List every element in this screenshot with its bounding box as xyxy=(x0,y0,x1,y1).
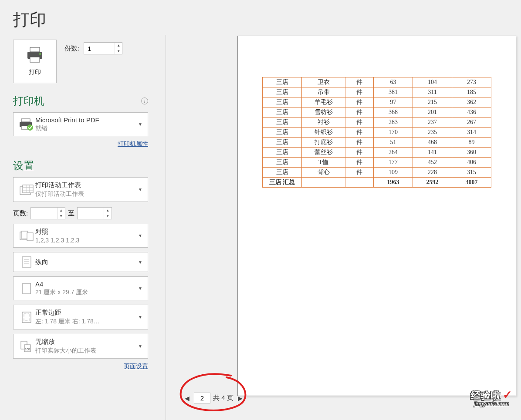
table-cell: 三店 xyxy=(263,87,302,97)
printer-icon xyxy=(26,47,44,65)
chevron-up-icon[interactable]: ▲ xyxy=(115,43,122,48)
vertical-divider xyxy=(166,35,166,420)
table-cell: 381 xyxy=(374,87,413,97)
svg-point-3 xyxy=(39,53,41,55)
pages-from-input[interactable] xyxy=(31,208,57,219)
printer-dropdown[interactable]: Microsoft Print to PDF 就绪 ▼ xyxy=(13,112,148,136)
table-cell: 315 xyxy=(452,168,491,178)
svg-rect-17 xyxy=(22,257,31,267)
table-cell: 件 xyxy=(345,128,374,138)
chevron-down-icon: ▼ xyxy=(137,344,143,349)
page-icon xyxy=(18,282,35,295)
table-cell: 311 xyxy=(413,87,452,97)
table-cell: 109 xyxy=(374,168,413,178)
paper-dropdown[interactable]: A4 21 厘米 x 29.7 厘米 ▼ xyxy=(13,276,148,300)
table-cell: 三店 汇总 xyxy=(263,178,302,188)
table-cell: 件 xyxy=(345,158,374,168)
table-cell: 三店 xyxy=(263,128,302,138)
table-cell: 97 xyxy=(374,97,413,108)
table-cell: 三店 xyxy=(263,138,302,148)
table-cell: 177 xyxy=(374,158,413,168)
table-row: 三店羊毛衫件97215362 xyxy=(263,97,491,108)
margins-dropdown[interactable]: 正常边距 左: 1.78 厘米 右: 1.78… ▼ xyxy=(13,305,148,329)
settings-section-title: 设置 xyxy=(13,159,34,173)
table-row: 三店针织衫件170235314 xyxy=(263,128,491,138)
table-cell: 452 xyxy=(413,158,452,168)
print-what-dropdown[interactable]: 打印活动工作表 仅打印活动工作表 ▼ xyxy=(13,177,148,202)
table-row: 三店吊带件381311185 xyxy=(263,87,491,97)
table-row: 三店 汇总196325923007 xyxy=(263,178,491,188)
chevron-down-icon: ▼ xyxy=(137,187,143,192)
table-cell: 267 xyxy=(452,118,491,128)
watermark: 经验啦 ✓ jingyanla.com xyxy=(471,388,512,407)
printer-properties-link[interactable]: 打印机属性 xyxy=(118,140,148,147)
chevron-down-icon: ▼ xyxy=(137,315,143,319)
table-cell: 51 xyxy=(374,138,413,148)
table-cell: 314 xyxy=(452,128,491,138)
chevron-down-icon: ▼ xyxy=(137,260,143,265)
table-cell: 228 xyxy=(413,168,452,178)
table-cell: 283 xyxy=(374,118,413,128)
table-cell: 件 xyxy=(345,108,374,118)
table-cell: 羊毛衫 xyxy=(302,97,345,108)
table-cell xyxy=(302,178,345,188)
table-cell: 吊带 xyxy=(302,87,345,97)
table-cell: 201 xyxy=(413,108,452,118)
print-button[interactable]: 打印 xyxy=(13,40,57,83)
svg-rect-2 xyxy=(30,57,40,62)
table-cell: 件 xyxy=(345,97,374,108)
table-cell: 三店 xyxy=(263,168,302,178)
copies-label: 份数: xyxy=(64,44,79,53)
copies-input[interactable] xyxy=(84,43,115,54)
table-cell: 三店 xyxy=(263,108,302,118)
printer-ready-icon xyxy=(18,118,35,131)
table-row: 三店衬衫件283237267 xyxy=(263,118,491,128)
table-cell: 368 xyxy=(374,108,413,118)
table-cell: 185 xyxy=(452,87,491,97)
prev-page-button[interactable]: ◀ xyxy=(183,395,191,402)
table-cell: 蕾丝衫 xyxy=(302,148,345,158)
chevron-down-icon[interactable]: ▼ xyxy=(115,48,122,54)
svg-rect-21 xyxy=(23,283,30,294)
table-cell: 215 xyxy=(413,97,452,108)
table-cell: 362 xyxy=(452,97,491,108)
table-cell: 237 xyxy=(413,118,452,128)
table-cell: 360 xyxy=(452,148,491,158)
scaling-icon: 100 xyxy=(18,340,35,353)
table-cell: 件 xyxy=(345,77,374,87)
table-cell: 三店 xyxy=(263,97,302,108)
table-cell: 1963 xyxy=(374,178,413,188)
info-icon[interactable]: i xyxy=(141,97,148,104)
svg-rect-4 xyxy=(21,119,30,122)
table-cell xyxy=(345,178,374,188)
collate-dropdown[interactable]: 对照 1,2,3 1,2,3 1,2,3 ▼ xyxy=(13,224,148,248)
page-setup-link[interactable]: 页面设置 xyxy=(124,363,148,370)
next-page-button[interactable]: ▶ xyxy=(236,395,244,402)
pages-label: 页数: xyxy=(13,209,28,218)
pages-from-stepper[interactable]: ▲▼ xyxy=(30,207,65,219)
table-cell: 件 xyxy=(345,138,374,148)
table-cell: 436 xyxy=(452,108,491,118)
check-icon: ✓ xyxy=(503,388,512,401)
table-cell: 雪纺衫 xyxy=(302,108,345,118)
sheets-icon xyxy=(18,184,35,195)
preview-data-table: 三店卫衣件63104273三店吊带件381311185三店羊毛衫件9721536… xyxy=(262,77,491,188)
chevron-up-icon[interactable]: ▲ xyxy=(104,208,111,213)
table-cell: 衬衫 xyxy=(302,118,345,128)
scaling-dropdown[interactable]: 100 无缩放 打印实际大小的工作表 ▼ xyxy=(13,334,148,359)
copies-stepper[interactable]: ▲ ▼ xyxy=(84,42,122,54)
chevron-up-icon[interactable]: ▲ xyxy=(58,208,64,213)
current-page-input[interactable] xyxy=(194,393,210,403)
chevron-down-icon[interactable]: ▼ xyxy=(58,213,64,219)
table-cell: 406 xyxy=(452,158,491,168)
table-cell: 235 xyxy=(413,128,452,138)
margins-icon xyxy=(18,311,35,323)
table-cell: 针织衫 xyxy=(302,128,345,138)
orientation-dropdown[interactable]: 纵向 ▼ xyxy=(13,252,148,272)
pages-to-stepper[interactable]: ▲▼ xyxy=(77,207,112,219)
printer-name: Microsoft Print to PDF xyxy=(35,116,137,124)
chevron-down-icon[interactable]: ▼ xyxy=(104,213,111,219)
pages-to-input[interactable] xyxy=(78,208,104,219)
printer-status: 就绪 xyxy=(35,124,137,132)
table-cell: 三店 xyxy=(263,148,302,158)
